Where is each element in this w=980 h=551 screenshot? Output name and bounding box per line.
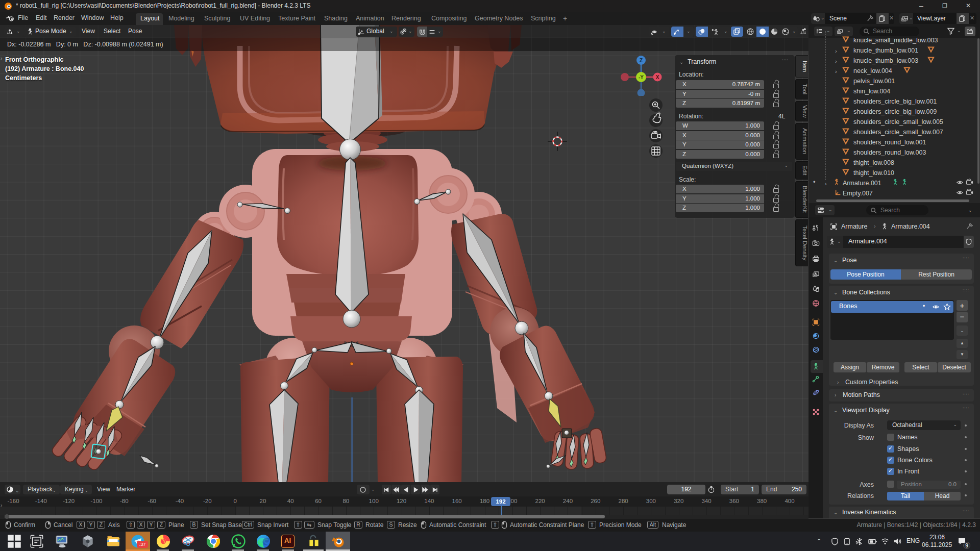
svg-text:Z: Z (640, 58, 643, 63)
svg-text:X: X (656, 74, 659, 80)
svg-text:-Y: -Y (639, 74, 644, 80)
